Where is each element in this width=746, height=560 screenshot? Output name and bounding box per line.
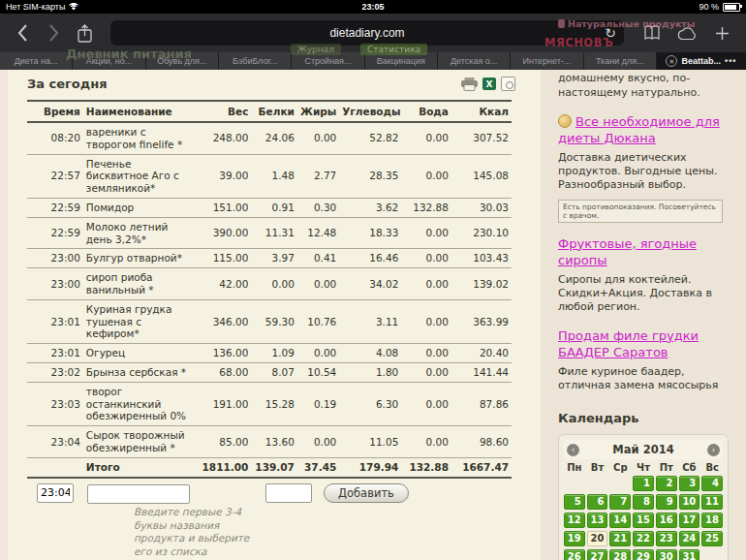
- new-tab-icon[interactable]: [709, 20, 734, 46]
- tab-active[interactable]: ✕ Beattab... •••: [657, 52, 746, 70]
- entry-name[interactable]: Брынза сербская *: [83, 362, 196, 382]
- calendar-day[interactable]: 13: [587, 513, 608, 528]
- excel-export-icon[interactable]: X: [482, 78, 496, 90]
- ad-link[interactable]: Фруктовые, ягодные сиропы: [558, 235, 736, 269]
- entry-value: 12.48: [297, 217, 339, 249]
- bookmarks-icon[interactable]: [639, 20, 665, 46]
- calendar-day[interactable]: 26: [564, 549, 585, 560]
- calendar-day[interactable]: 12: [564, 513, 585, 528]
- browser-tab[interactable]: Вакцинация: [365, 52, 438, 70]
- calendar-prev-icon[interactable]: ‹: [567, 444, 579, 456]
- ad-description: Филе куриное баадер, отличная замена мяс…: [558, 365, 736, 393]
- calendar-day[interactable]: 6: [587, 494, 608, 510]
- calendar-day[interactable]: 20: [587, 531, 608, 546]
- calendar-day[interactable]: 8: [633, 494, 654, 510]
- calendar-day[interactable]: 3: [679, 476, 700, 491]
- webpage: За сегодня X ВремяНаименованиеВесБелк: [0, 70, 746, 560]
- icloud-tabs-icon[interactable]: [674, 20, 699, 46]
- calendar-day[interactable]: 28: [609, 549, 631, 560]
- totals-label: Итого: [83, 457, 196, 477]
- entry-name[interactable]: творог останкинский обезжиренный 0%: [83, 382, 196, 425]
- calendar-day[interactable]: 31: [679, 549, 700, 560]
- share-icon[interactable]: [74, 22, 95, 44]
- browser-tab[interactable]: Интернет-...: [511, 52, 583, 70]
- browser-tab[interactable]: Ткани для...: [584, 52, 657, 70]
- entry-time: 23:01: [27, 344, 83, 363]
- browser-tab[interactable]: Стройная...: [292, 52, 364, 70]
- calendar-day[interactable]: 24: [679, 531, 700, 546]
- refresh-icon[interactable]: ↻: [605, 26, 616, 40]
- calendar-day[interactable]: 10: [679, 494, 700, 510]
- calendar-day[interactable]: 17: [679, 513, 700, 528]
- browser-tab[interactable]: Диета на...: [0, 52, 73, 70]
- calendar-day[interactable]: 27: [587, 549, 608, 560]
- preview-icon[interactable]: [501, 77, 515, 91]
- entry-value: 151.00: [196, 198, 252, 217]
- calendar-day[interactable]: 2: [656, 476, 677, 491]
- entry-time: 23:00: [27, 249, 83, 268]
- calendar-day[interactable]: 16: [656, 513, 677, 528]
- calendar-day[interactable]: 29: [633, 549, 654, 560]
- entry-value: 1.48: [251, 154, 297, 198]
- back-button[interactable]: [12, 22, 33, 44]
- entry-value: 34.02: [339, 268, 401, 300]
- ads-container: Все необходимое для диеты ДюканаДоставка…: [558, 113, 736, 393]
- entry-value: 68.00: [196, 362, 252, 382]
- entry-name[interactable]: Помидор: [83, 198, 196, 217]
- section-title: За сегодня: [27, 77, 108, 91]
- browser-tab[interactable]: Обувь для...: [146, 52, 219, 70]
- calendar-day[interactable]: 14: [609, 513, 631, 528]
- entry-value: 191.00: [196, 382, 252, 425]
- calendar-day[interactable]: 22: [633, 531, 654, 546]
- calendar-day[interactable]: 7: [609, 494, 631, 510]
- entry-value: 248.00: [196, 122, 252, 154]
- entry-name[interactable]: Сырок творожный обезжиренный *: [83, 426, 196, 458]
- entry-value: 390.00: [196, 217, 252, 249]
- calendar-title: Календарь: [558, 411, 736, 425]
- calendar-day[interactable]: 1: [633, 476, 654, 491]
- calendar-day[interactable]: 11: [701, 494, 723, 510]
- address-bar[interactable]: dietadiary.com ↻: [110, 20, 624, 46]
- calendar-day[interactable]: 23: [656, 531, 677, 546]
- entry-name[interactable]: вареники с творогом finelife *: [83, 122, 196, 154]
- tab-overflow-icon[interactable]: •••: [725, 56, 736, 66]
- tab-active-label: Beattab...: [681, 56, 721, 66]
- calendar-day[interactable]: 19: [564, 531, 585, 546]
- ad-link[interactable]: Продам филе грудки БААДЕР Саратов: [558, 327, 736, 361]
- calendar-day[interactable]: 9: [656, 494, 677, 510]
- entry-name[interactable]: Булгур отварной*: [83, 249, 196, 268]
- calendar-day[interactable]: 15: [633, 513, 654, 528]
- calendar-week: 12131415161718: [564, 513, 723, 528]
- totals-value: 179.94: [339, 457, 401, 477]
- browser-tab[interactable]: Акции, но...: [73, 52, 145, 70]
- add-button[interactable]: Добавить: [324, 483, 409, 503]
- entry-value: 52.82: [339, 122, 401, 154]
- tab-close-icon[interactable]: ✕: [666, 55, 677, 67]
- calendar-day[interactable]: 30: [656, 549, 677, 560]
- weight-input[interactable]: [265, 483, 312, 503]
- calendar-day[interactable]: 25: [701, 531, 723, 546]
- calendar-day[interactable]: 5: [564, 494, 585, 510]
- entry-value: 20.40: [451, 344, 512, 363]
- entry-name[interactable]: Печенье бисквитное Аго с земляникой*: [83, 154, 196, 198]
- browser-tab[interactable]: Детская о...: [438, 52, 511, 70]
- calendar-day[interactable]: 4: [701, 476, 723, 491]
- ad-link[interactable]: Все необходимое для диеты Дюкана: [558, 113, 736, 147]
- table-row: 23:00Булгур отварной*115.003.970.4116.46…: [27, 249, 512, 268]
- entry-name[interactable]: Огурец: [83, 344, 196, 363]
- calendar-day[interactable]: 21: [609, 531, 631, 546]
- entry-value: 346.00: [196, 299, 252, 343]
- time-input[interactable]: [37, 483, 74, 503]
- entry-name[interactable]: сироп риоба ванильный *: [83, 268, 196, 300]
- entry-name[interactable]: Куриная грудка тушеная с кефиром*: [83, 299, 196, 343]
- calendar-next-icon[interactable]: ›: [707, 444, 720, 456]
- column-header: Ккал: [451, 101, 512, 122]
- forward-button[interactable]: [43, 22, 64, 44]
- calendar-day[interactable]: 18: [701, 513, 723, 528]
- entry-time: 22:59: [27, 198, 83, 217]
- totals-value: 37.45: [297, 457, 339, 477]
- browser-tab[interactable]: БэбиБлог...: [219, 52, 292, 70]
- entry-name[interactable]: Молоко летний день 3,2%*: [83, 217, 196, 249]
- print-icon[interactable]: [461, 78, 478, 91]
- product-name-input[interactable]: [87, 484, 190, 504]
